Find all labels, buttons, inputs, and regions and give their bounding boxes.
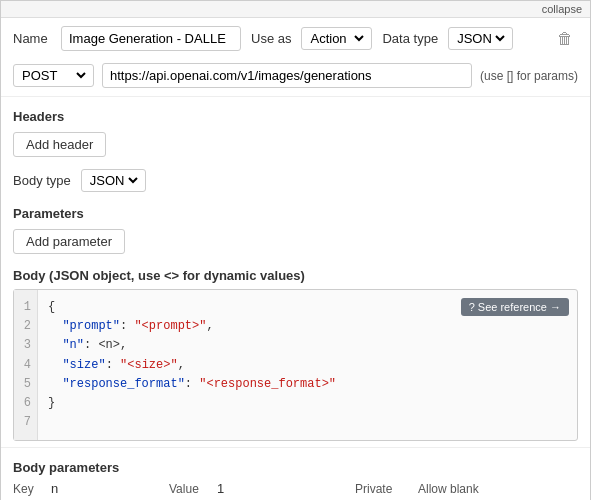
param-value-0: 1 xyxy=(217,481,347,496)
body-parameters-title: Body parameters xyxy=(1,452,590,477)
use-as-label: Use as xyxy=(251,31,291,46)
see-reference-button[interactable]: ? See reference → xyxy=(461,298,569,316)
data-type-dropdown[interactable]: JSON Text XML xyxy=(453,30,508,47)
name-input[interactable] xyxy=(61,26,241,51)
url-hint: (use [] for params) xyxy=(480,69,578,83)
body-label: Body (JSON object, use <> for dynamic va… xyxy=(1,260,590,285)
method-select[interactable]: POST GET PUT DELETE PATCH xyxy=(13,64,94,87)
param-private-0: Private xyxy=(355,482,410,496)
line-numbers: 1234567 xyxy=(14,290,38,440)
data-type-label: Data type xyxy=(382,31,438,46)
api-call-panel: collapse Name Use as Action Trigger Data… xyxy=(0,0,591,500)
parameters-title: Parameters xyxy=(1,198,590,223)
use-as-dropdown[interactable]: Action Trigger xyxy=(306,30,367,47)
code-editor: 1234567 { "prompt": "<prompt>", "n": <n>… xyxy=(13,289,578,441)
collapse-label[interactable]: collapse xyxy=(542,3,582,15)
add-header-row: Add header xyxy=(1,126,590,163)
body-type-dropdown[interactable]: JSON Form Text xyxy=(86,172,141,189)
param-value-lbl-0: Value xyxy=(169,482,209,496)
body-type-select[interactable]: JSON Form Text xyxy=(81,169,146,192)
data-type-select[interactable]: JSON Text XML xyxy=(448,27,513,50)
collapse-bar: collapse xyxy=(1,1,590,18)
param-key-0: Key xyxy=(13,482,43,496)
delete-button[interactable]: 🗑 xyxy=(552,28,578,50)
body-type-row: Body type JSON Form Text xyxy=(1,163,590,198)
name-row: Name Use as Action Trigger Data type JSO… xyxy=(1,18,590,59)
param-row-n: Key n Value 1 Private Allow blank xyxy=(1,477,590,500)
headers-title: Headers xyxy=(1,101,590,126)
param-name-0: n xyxy=(51,481,161,496)
add-header-button[interactable]: Add header xyxy=(13,132,106,157)
url-row: POST GET PUT DELETE PATCH (use [] for pa… xyxy=(1,59,590,92)
see-reference-label: ? See reference → xyxy=(469,301,561,313)
use-as-select[interactable]: Action Trigger xyxy=(301,27,372,50)
param-allow-0: Allow blank xyxy=(418,482,498,496)
method-dropdown[interactable]: POST GET PUT DELETE PATCH xyxy=(18,67,89,84)
url-input[interactable] xyxy=(102,63,472,88)
add-parameter-button[interactable]: Add parameter xyxy=(13,229,125,254)
add-parameter-row: Add parameter xyxy=(1,223,590,260)
name-label: Name xyxy=(13,31,51,46)
body-type-label: Body type xyxy=(13,173,71,188)
